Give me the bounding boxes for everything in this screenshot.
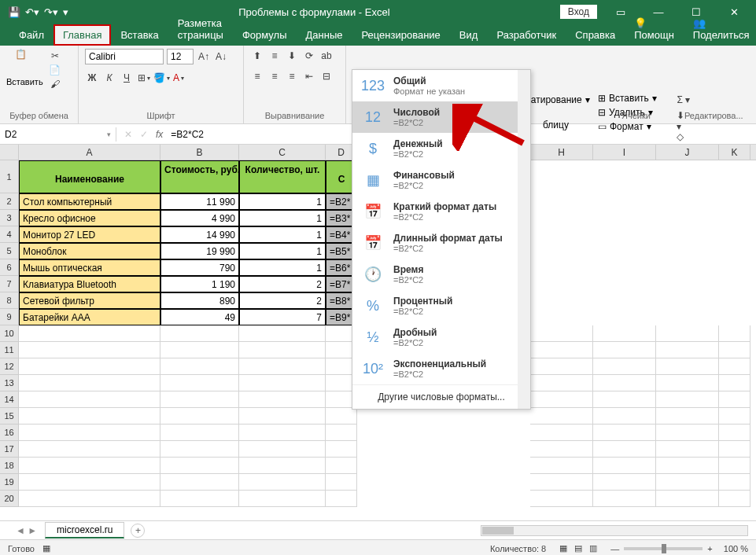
number-format-option[interactable]: ½ Дробный=B2*C2 [352, 322, 530, 353]
cell[interactable] [530, 375, 593, 391]
row-header[interactable]: 5 [0, 243, 19, 259]
zoom-in-button[interactable]: + [707, 544, 712, 553]
cell[interactable] [719, 391, 750, 408]
cell[interactable] [656, 342, 719, 358]
cell[interactable] [326, 441, 357, 458]
cell[interactable] [593, 358, 656, 375]
cell[interactable] [160, 491, 239, 507]
fill-color-icon[interactable]: 🪣 [154, 71, 168, 85]
row-header[interactable]: 1 [0, 160, 19, 193]
number-format-option[interactable]: 10² Экспоненциальный=B2*C2 [352, 353, 530, 384]
cell[interactable] [19, 425, 160, 441]
cell[interactable] [160, 342, 239, 358]
cell[interactable]: 2 [239, 276, 326, 292]
cell[interactable]: Монитор 27 LED [19, 226, 160, 243]
cell[interactable] [593, 441, 656, 458]
normal-view-icon[interactable]: ▦ [559, 543, 567, 553]
number-format-option[interactable]: 📅 Краткий формат даты=B2*C2 [352, 196, 530, 227]
cell[interactable] [19, 408, 160, 425]
cell[interactable] [239, 325, 326, 342]
qat-customize-icon[interactable]: ▾ [63, 6, 68, 18]
cell[interactable] [530, 425, 593, 441]
cell[interactable] [19, 458, 160, 474]
cell[interactable]: 890 [160, 292, 239, 309]
row-header[interactable]: 2 [0, 193, 19, 210]
enter-formula-icon[interactable]: ✓ [140, 129, 148, 140]
cell[interactable] [326, 474, 357, 491]
cell[interactable] [719, 425, 750, 441]
redo-icon[interactable]: ↷▾ [44, 6, 58, 18]
cell[interactable] [239, 441, 326, 458]
cell[interactable] [719, 375, 750, 391]
cut-icon[interactable]: ✂ [48, 49, 62, 63]
cell[interactable]: 4 990 [160, 210, 239, 226]
cell[interactable] [239, 491, 326, 507]
row-header[interactable]: 20 [0, 491, 19, 507]
signin-button[interactable]: Вход [560, 5, 597, 19]
font-size-combo[interactable]: 12 [167, 49, 194, 64]
cell[interactable] [530, 408, 593, 425]
cell[interactable] [19, 375, 160, 391]
cell[interactable]: 11 990 [160, 193, 239, 210]
cell[interactable]: Моноблок [19, 243, 160, 259]
name-box[interactable]: ▾ [0, 127, 116, 142]
cell[interactable] [719, 441, 750, 458]
cell[interactable]: 1 190 [160, 276, 239, 292]
tab-review[interactable]: Рецензирование [352, 24, 449, 46]
cell[interactable] [719, 342, 750, 358]
col-header[interactable]: H [530, 145, 593, 160]
cell[interactable] [719, 458, 750, 474]
cell[interactable] [239, 391, 326, 408]
page-break-view-icon[interactable]: ▥ [589, 543, 597, 553]
cell[interactable] [326, 458, 357, 474]
number-format-option[interactable]: % Процентный=B2*C2 [352, 290, 530, 322]
cell[interactable] [239, 425, 326, 441]
cell[interactable] [239, 342, 326, 358]
cell[interactable] [239, 408, 326, 425]
row-header[interactable]: 18 [0, 458, 19, 474]
align-center-icon[interactable]: ≡ [267, 69, 282, 83]
cell[interactable] [593, 408, 656, 425]
cell[interactable] [530, 342, 593, 358]
col-header[interactable]: A [19, 145, 160, 160]
decrease-font-icon[interactable]: A↓ [214, 50, 228, 64]
cell[interactable] [19, 491, 160, 507]
number-format-option[interactable]: 🕐 Время=B2*C2 [352, 259, 530, 290]
save-icon[interactable]: 💾 [8, 6, 20, 18]
cell[interactable] [593, 325, 656, 342]
cell[interactable] [530, 441, 593, 458]
row-header[interactable]: 19 [0, 474, 19, 491]
row-header[interactable]: 4 [0, 226, 19, 243]
cell[interactable]: 49 [160, 309, 239, 325]
cell[interactable]: Сетевой фильтр [19, 292, 160, 309]
zoom-out-button[interactable]: — [610, 544, 619, 553]
horizontal-scrollbar[interactable] [481, 525, 748, 536]
cell[interactable]: 790 [160, 259, 239, 276]
cell[interactable] [656, 458, 719, 474]
number-format-option[interactable]: ▦ Финансовый=B2*C2 [352, 164, 530, 196]
sheet-tab[interactable]: microexcel.ru [45, 522, 124, 538]
row-header[interactable]: 13 [0, 375, 19, 391]
cell[interactable] [239, 458, 326, 474]
cell[interactable] [19, 474, 160, 491]
tab-share[interactable]: 👥 Поделиться [684, 13, 756, 46]
cell[interactable] [160, 391, 239, 408]
cell[interactable]: Клавиатура Bluetooth [19, 276, 160, 292]
cell[interactable] [160, 441, 239, 458]
cell[interactable] [656, 441, 719, 458]
tab-data[interactable]: Данные [297, 24, 352, 46]
font-color-icon[interactable]: A [171, 71, 186, 85]
page-layout-view-icon[interactable]: ▤ [574, 543, 582, 553]
add-sheet-button[interactable]: + [131, 524, 145, 538]
cell[interactable] [19, 391, 160, 408]
font-name-combo[interactable]: Calibri [85, 49, 164, 64]
cell[interactable] [719, 408, 750, 425]
col-header[interactable]: C [239, 145, 326, 160]
cell[interactable] [593, 425, 656, 441]
cell[interactable] [530, 458, 593, 474]
cell[interactable] [719, 325, 750, 342]
cell[interactable] [656, 325, 719, 342]
number-format-option[interactable]: 123 ОбщийФормат не указан [352, 70, 530, 101]
copy-icon[interactable]: 📄 [48, 63, 62, 77]
cell[interactable] [719, 474, 750, 491]
